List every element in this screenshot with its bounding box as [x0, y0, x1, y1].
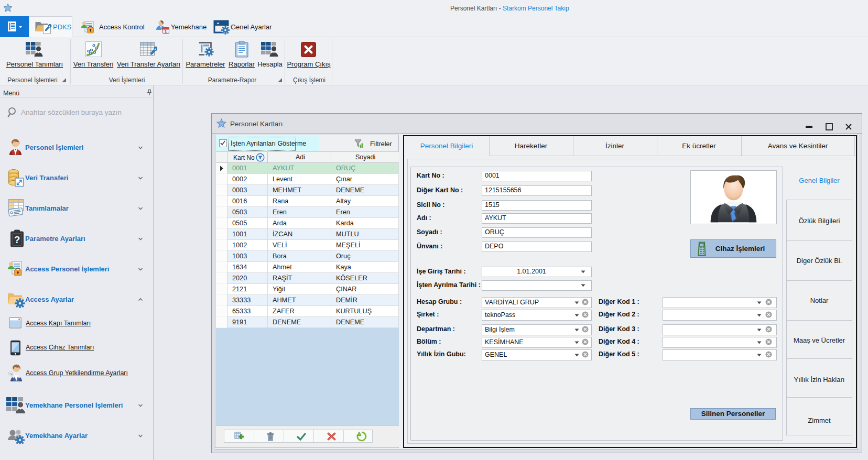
svg-text:?: ? [14, 234, 20, 245]
svg-text:1: 1 [165, 29, 167, 34]
